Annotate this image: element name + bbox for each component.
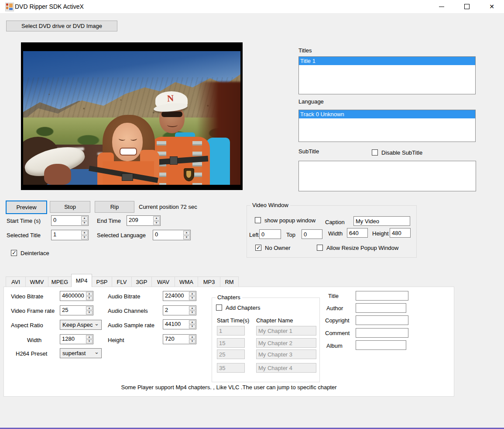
tab-wma[interactable]: WMA xyxy=(175,277,198,287)
spin-up-icon[interactable]: ▲ xyxy=(81,231,88,235)
audio-channels-value[interactable]: 2 xyxy=(163,306,189,315)
selected-title-value[interactable]: 1 xyxy=(51,230,81,240)
chapter-name-input[interactable] xyxy=(256,338,316,348)
spin-up-icon[interactable]: ▲ xyxy=(86,306,93,310)
close-button[interactable]: ✕ xyxy=(482,0,502,13)
audio-bitrate-value[interactable]: 224000 xyxy=(163,291,189,301)
spin-down-icon[interactable]: ▼ xyxy=(81,235,88,240)
height-input[interactable] xyxy=(390,228,411,238)
chapter-start-input[interactable] xyxy=(217,349,245,359)
minimize-button[interactable] xyxy=(432,0,452,13)
spin-up-icon[interactable]: ▲ xyxy=(189,335,195,339)
allow-resize-checkbox[interactable] xyxy=(317,245,323,251)
spin-up-icon[interactable]: ▲ xyxy=(189,320,195,324)
spin-up-icon[interactable]: ▲ xyxy=(183,231,190,235)
maximize-button[interactable] xyxy=(457,0,477,13)
mp4-height-stepper[interactable]: 720 ▲▼ xyxy=(163,334,196,344)
add-chapters-checkbox[interactable] xyxy=(216,304,222,311)
spin-up-icon[interactable]: ▲ xyxy=(189,292,195,296)
tab-mp4[interactable]: MP4 xyxy=(71,274,92,287)
end-time-stepper[interactable]: 209 ▲▼ xyxy=(127,215,161,226)
meta-comment-input[interactable] xyxy=(356,328,408,338)
select-dvd-button[interactable]: Select DVD drive or DVD Image xyxy=(6,21,117,31)
tab-mp3[interactable]: MP3 xyxy=(198,277,220,287)
list-item[interactable]: Track 0 Unknown xyxy=(299,110,475,118)
left-input[interactable] xyxy=(259,229,281,239)
no-owner-checkbox[interactable] xyxy=(255,245,261,251)
app-icon xyxy=(5,3,14,11)
start-time-value[interactable]: 0 xyxy=(51,216,81,225)
mp4-width-value[interactable]: 1280 xyxy=(60,335,86,344)
subtitle-listbox[interactable] xyxy=(298,161,476,191)
chapter-start-input[interactable] xyxy=(217,363,245,373)
tab-wav[interactable]: WAV xyxy=(151,277,175,287)
spin-down-icon[interactable]: ▼ xyxy=(189,339,195,343)
meta-album-input[interactable] xyxy=(356,340,406,350)
chapter-name-input[interactable] xyxy=(256,349,316,359)
tab-flv[interactable]: FLV xyxy=(112,277,132,287)
stop-button[interactable]: Stop xyxy=(50,201,90,213)
selected-title-stepper[interactable]: 1 ▲▼ xyxy=(51,230,89,240)
spin-down-icon[interactable]: ▼ xyxy=(81,221,88,225)
audio-bitrate-stepper[interactable]: 224000 ▲▼ xyxy=(163,291,196,301)
show-popup-checkbox[interactable] xyxy=(255,217,261,223)
audio-samplerate-value[interactable]: 44100 xyxy=(163,320,189,329)
tab-3gp[interactable]: 3GP xyxy=(131,277,152,287)
spin-down-icon[interactable]: ▼ xyxy=(189,325,195,329)
meta-title-input[interactable] xyxy=(356,291,408,301)
app-window: DVD Ripper SDK ActiveX ✕ Select DVD driv… xyxy=(0,0,504,429)
start-time-stepper[interactable]: 0 ▲▼ xyxy=(51,215,89,226)
h264-preset-dropdown[interactable]: superfast xyxy=(60,348,102,358)
spin-down-icon[interactable]: ▼ xyxy=(86,339,93,343)
chapter-name-input[interactable] xyxy=(256,326,316,336)
caption-input[interactable] xyxy=(353,216,410,226)
top-input[interactable] xyxy=(302,229,322,239)
spin-down-icon[interactable]: ▼ xyxy=(153,221,160,225)
spin-up-icon[interactable]: ▲ xyxy=(81,216,88,221)
spin-down-icon[interactable]: ▼ xyxy=(183,235,190,240)
aspect-ratio-dropdown[interactable]: Keep Aspec xyxy=(60,320,102,330)
selected-language-stepper[interactable]: 0 ▲▼ xyxy=(153,230,191,240)
mp4-height-value[interactable]: 720 xyxy=(163,335,189,344)
language-listbox[interactable]: Track 0 Unknown xyxy=(298,110,476,142)
tab-wmv[interactable]: WMV xyxy=(25,277,48,287)
spin-down-icon[interactable]: ▼ xyxy=(86,311,93,315)
chapter-start-input[interactable] xyxy=(217,338,245,348)
spin-up-icon[interactable]: ▲ xyxy=(153,216,160,221)
video-bitrate-value[interactable]: 4600000 xyxy=(60,291,86,301)
video-bitrate-stepper[interactable]: 4600000 ▲▼ xyxy=(60,291,93,301)
meta-author-label: Author xyxy=(326,305,343,311)
audio-samplerate-stepper[interactable]: 44100 ▲▼ xyxy=(163,319,196,329)
video-framerate-value[interactable]: 25 xyxy=(60,306,86,315)
current-position-label: Current position 72 sec xyxy=(139,204,197,210)
spin-down-icon[interactable]: ▼ xyxy=(189,296,195,300)
tab-mpeg[interactable]: MPEG xyxy=(48,277,72,287)
disable-subtitle-checkbox[interactable] xyxy=(372,149,378,156)
subtitle-label: SubTitle xyxy=(298,148,319,155)
tab-rm[interactable]: RM xyxy=(220,277,239,287)
chapter-name-input[interactable] xyxy=(256,363,316,373)
tab-psp[interactable]: PSP xyxy=(92,277,112,287)
preview-button[interactable]: Preview xyxy=(6,201,47,214)
h264-preset-value: superfast xyxy=(62,350,86,356)
tab-avi[interactable]: AVI xyxy=(6,277,26,287)
chapter-start-input[interactable] xyxy=(217,326,245,336)
meta-author-input[interactable] xyxy=(356,303,406,313)
deinterlace-checkbox[interactable] xyxy=(11,250,17,256)
titles-listbox[interactable]: Title 1 xyxy=(298,56,476,94)
width-input[interactable] xyxy=(347,228,368,238)
rip-button[interactable]: Rip xyxy=(95,201,134,213)
spin-down-icon[interactable]: ▼ xyxy=(189,311,195,315)
mp4-width-stepper[interactable]: 1280 ▲▼ xyxy=(60,334,93,344)
spin-up-icon[interactable]: ▲ xyxy=(86,292,93,296)
end-time-value[interactable]: 209 xyxy=(127,216,153,225)
spin-up-icon[interactable]: ▲ xyxy=(189,306,195,310)
meta-copyright-input[interactable] xyxy=(356,315,408,325)
list-item[interactable]: Title 1 xyxy=(299,57,475,65)
deinterlace-checkbox-label: Deinterlace xyxy=(21,250,49,256)
spin-down-icon[interactable]: ▼ xyxy=(86,296,93,300)
selected-language-value[interactable]: 0 xyxy=(153,230,183,240)
video-framerate-stepper[interactable]: 25 ▲▼ xyxy=(60,305,93,315)
spin-up-icon[interactable]: ▲ xyxy=(86,335,93,339)
audio-channels-stepper[interactable]: 2 ▲▼ xyxy=(163,305,196,315)
